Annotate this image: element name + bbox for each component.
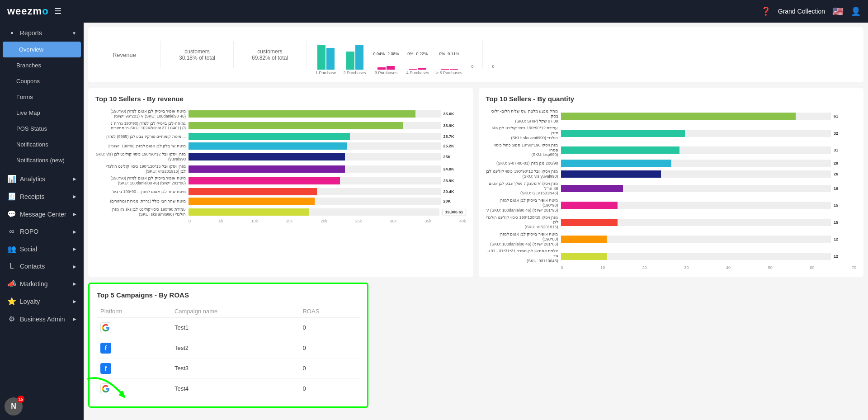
bar-fill bbox=[561, 160, 672, 167]
sidebar-item-ropo[interactable]: ∞ ROPO ▶ bbox=[0, 223, 84, 240]
table-row: מיטת אופיר בייסיק לבן אטום למזרן (90*190… bbox=[486, 198, 857, 212]
campaigns-table-body: Test1 0 f Test2 0 bbox=[97, 317, 360, 399]
bar-value: 25.7K bbox=[443, 134, 466, 139]
bar-label: עמידת 12*90*190 כיסוי קולינט לבן sks מזר… bbox=[486, 126, 558, 140]
revenue-stat: Revenue bbox=[97, 52, 151, 58]
sidebar-item-overview[interactable]: Overview bbox=[3, 42, 81, 57]
sidebar-item-forms[interactable]: Forms bbox=[0, 89, 84, 105]
bar-container bbox=[189, 110, 441, 118]
bar-container bbox=[561, 170, 831, 178]
bar-label: מיטת אופיר בייסיק לבן אטום למזרן (80*190… bbox=[486, 232, 558, 246]
sidebar-item-social[interactable]: 👥 Social ▶ bbox=[0, 240, 84, 258]
bar-container bbox=[561, 160, 831, 167]
purchase-label-1: 1 Purchase bbox=[316, 71, 336, 75]
bar-label: מזרן ויסקו ויבל 12*90*190 כיסוי קולינט ל… bbox=[486, 169, 558, 179]
sidebar-item-business-admin[interactable]: ⚙ Business Admin ▶ bbox=[0, 310, 84, 328]
purchase-bars-3 bbox=[377, 56, 395, 70]
revenue-chart-card: Top 10 Sellers - By revenue מיטת אופיר ב… bbox=[88, 88, 473, 277]
sidebar-item-receipts[interactable]: 🧾 Receipts ▶ bbox=[0, 188, 84, 205]
revenue-bar-chart: מיטת אופיר בייסיק לבן אטום למזרן (90*190… bbox=[95, 109, 466, 217]
admin-chevron: ▶ bbox=[73, 316, 76, 321]
bar-value: 35.6K bbox=[443, 112, 466, 116]
sidebar-item-live-map[interactable]: Live Map bbox=[0, 105, 84, 121]
table-row: מזרן ויסקו 190*90*10 ספוג כחול כיסוי פסח… bbox=[486, 143, 857, 157]
bar-blue-2 bbox=[355, 45, 363, 70]
bar-container bbox=[189, 177, 441, 184]
bar-value: 20.4K bbox=[443, 189, 466, 194]
table-row: עמידת 12*90*190 כיסוי קולינט לבן sks מזר… bbox=[486, 126, 857, 140]
sidebar-item-analytics[interactable]: 📊 Analytics ▶ bbox=[0, 170, 84, 188]
roas-cell: 0 bbox=[299, 317, 360, 338]
bar-value-highlighted: 19,306.61 bbox=[442, 209, 466, 215]
main-content: Revenue customers 30.18% of total custom… bbox=[84, 23, 868, 420]
sidebar-item-message-center[interactable]: 💬 Message Center ▶ bbox=[0, 205, 84, 223]
analytics-icon: 📊 bbox=[7, 175, 16, 183]
bar-container bbox=[561, 146, 831, 154]
bar-value: 29 bbox=[834, 161, 856, 165]
bar-value: 20K bbox=[443, 199, 466, 203]
bar-fill bbox=[561, 146, 680, 154]
table-row: מזרן ויסקו וובל 12*90*190 כיסוי קולינט ל… bbox=[95, 152, 466, 162]
bar-value: 31 bbox=[834, 148, 856, 152]
sidebar-reports-section: ▪ Reports ▼ Overview Branches Coupons Fo… bbox=[0, 23, 84, 170]
bar-value: 12 bbox=[834, 254, 856, 259]
bar-fill bbox=[561, 130, 685, 137]
avatar[interactable]: N 15 bbox=[5, 397, 23, 415]
bar-label: מיטת שחר לבן אטום למזרן... 90*190 גי בש' bbox=[95, 189, 186, 194]
ropo-chevron: ▶ bbox=[73, 229, 76, 234]
divider-3 bbox=[306, 41, 307, 68]
campaigns-table-head: Platform Campaign name ROAS bbox=[97, 305, 360, 318]
bar-fill bbox=[561, 185, 623, 192]
sidebar-item-notifications[interactable]: Notifications bbox=[0, 137, 84, 152]
divider-1 bbox=[160, 41, 161, 68]
platform-cell bbox=[97, 378, 171, 399]
table-row: מח'ל מנצע מלצת ע'ס שלית חלום- זלוכי בסק8… bbox=[486, 109, 857, 123]
admin-icon: ⚙ bbox=[7, 315, 16, 323]
bar-label: מזרן ויסקו ויבל 15*120*190 כיסוי קולינט … bbox=[95, 164, 186, 174]
analytics-chevron: ▶ bbox=[73, 176, 76, 181]
sidebar-item-loyalty[interactable]: ⭐ Loyalty ▶ bbox=[0, 293, 84, 310]
sidebar-item-branches[interactable]: Branches bbox=[0, 57, 84, 73]
main-layout: ▪ Reports ▼ Overview Branches Coupons Fo… bbox=[0, 23, 868, 420]
divider-2 bbox=[233, 41, 234, 68]
store-name: Grand Collection bbox=[778, 8, 825, 15]
bar-pink-4b bbox=[418, 68, 426, 70]
avatar-area[interactable]: N 15 bbox=[5, 397, 23, 415]
zero-label: 0 bbox=[471, 64, 473, 75]
bar-container bbox=[189, 153, 441, 160]
pct-values-4: 0%0.22% bbox=[407, 52, 428, 56]
sidebar-item-marketing[interactable]: 📣 Marketing ▶ bbox=[0, 275, 84, 293]
table-row: מזרן ויסקו ויבל 15*120*190 כיסוי קולינט … bbox=[95, 164, 466, 174]
bar-label: מזרן ויסקו 15*120*190 כיסוי קולינט הולנד… bbox=[486, 215, 558, 230]
user-icon[interactable]: 👤 bbox=[851, 6, 861, 16]
bar-container bbox=[561, 219, 831, 226]
table-header-row: Platform Campaign name ROAS bbox=[97, 305, 360, 318]
ropo-icon: ∞ bbox=[7, 227, 16, 236]
bar-fill bbox=[189, 133, 350, 140]
sidebar-item-coupons[interactable]: Coupons bbox=[0, 73, 84, 89]
customers-70-stat: customers 69.82% of total bbox=[243, 48, 297, 61]
google-icon bbox=[100, 322, 111, 333]
help-icon[interactable]: ❓ bbox=[761, 6, 771, 16]
campaigns-title: Top 5 Campaigns - By ROAS bbox=[97, 291, 360, 299]
sidebar-item-contacts[interactable]: L Contacts ▶ bbox=[0, 258, 84, 275]
google-icon bbox=[100, 383, 111, 394]
bar-fill bbox=[561, 219, 618, 226]
pct-values-3: 0.04%2.38% bbox=[373, 52, 399, 56]
contacts-chevron: ▶ bbox=[73, 264, 76, 269]
sidebar-item-pos-status[interactable]: POS Status bbox=[0, 121, 84, 137]
sidebar-item-notifications-new[interactable]: Notifications (new) bbox=[0, 152, 84, 168]
logo-area: weezmo ☰ bbox=[7, 5, 61, 17]
bar-pink-4a bbox=[409, 69, 417, 70]
hamburger-icon[interactable]: ☰ bbox=[54, 6, 61, 16]
bar-fill bbox=[189, 110, 415, 118]
sidebar-item-reports[interactable]: ▪ Reports ▼ bbox=[0, 24, 84, 42]
stats-strip: Revenue customers 30.18% of total custom… bbox=[88, 27, 863, 82]
purchase-pct-3: 0.04%2.38% bbox=[373, 52, 399, 70]
bar-container bbox=[189, 133, 441, 140]
bar-value: 33.9K bbox=[443, 123, 466, 128]
roas-header: ROAS bbox=[299, 305, 360, 318]
campaigns-card: Top 5 Campaigns - By ROAS Platform Campa… bbox=[88, 283, 368, 408]
loyalty-chevron: ▶ bbox=[73, 299, 76, 304]
bar-container bbox=[561, 185, 831, 192]
